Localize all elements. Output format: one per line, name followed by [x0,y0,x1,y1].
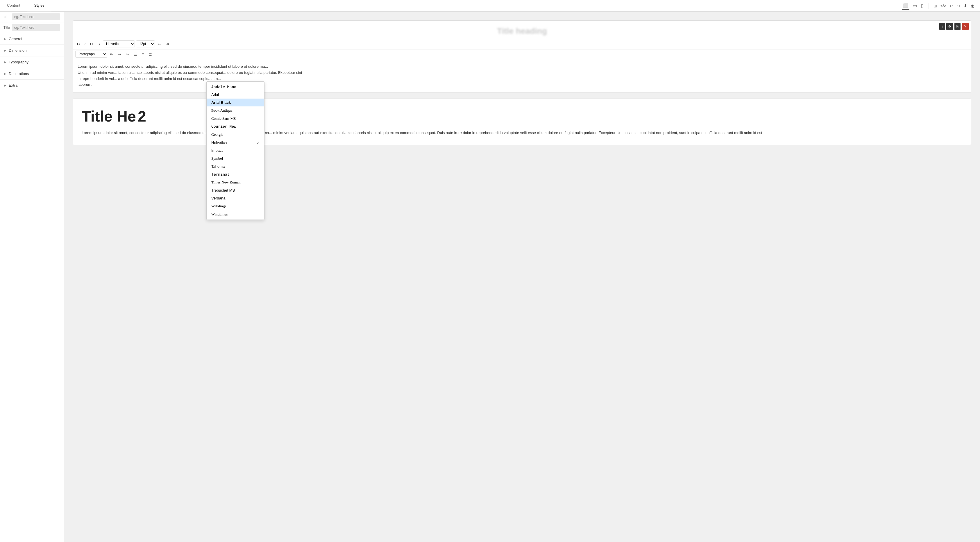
list-unordered-btn[interactable]: ≡ [140,51,146,57]
font-item-comic-sans-ms[interactable]: Comic Sans MS [207,115,264,123]
bold-btn[interactable]: B [75,41,81,47]
accordion-general-header[interactable]: ▶ General [0,33,64,45]
accordion-dimension: ▶ Dimension [0,45,64,56]
font-size-wrapper: 12pt [136,40,155,48]
delete-icon-btn[interactable]: 🗑 [970,3,975,9]
accordion-typography-header[interactable]: ▶ Typography [0,56,64,68]
move-up-btn[interactable]: ↑ [939,23,945,30]
italic-btn[interactable]: I [83,41,87,47]
font-item-helvetica[interactable]: Helvetica✓ [207,139,264,147]
accordion-general: ▶ General [0,33,64,45]
editor-toolbar-row1: B I U S Helvetica 12pt [73,39,971,49]
id-field-row: Id [0,12,64,22]
font-item-impact[interactable]: Impact [207,147,264,155]
list-ordered-btn[interactable]: ≣ [147,51,154,57]
strikethrough-btn[interactable]: S [95,41,102,47]
device-mobile-btn[interactable]: ▯ [920,2,924,9]
font-item-terminal[interactable]: Terminal [207,171,264,178]
accordion-decorations-header[interactable]: ▶ Decorations [0,68,64,80]
accordion-typography-label: Typography [9,60,29,64]
divider [929,3,929,9]
title-label: Title [3,26,12,30]
font-item-book-antiqua[interactable]: Book Antiqua [207,107,264,115]
font-family-select[interactable]: Helvetica [103,40,135,48]
chevron-icon: ▶ [4,49,6,52]
font-item-symbol[interactable]: Symbol [207,155,264,163]
title-field-row: Title [0,22,64,33]
undo-icon-btn[interactable]: ↩ [949,3,954,9]
font-family-wrapper: Helvetica [103,40,135,48]
align-left-btn[interactable]: ⇤ [108,51,115,57]
copy-btn[interactable]: ⎘ [955,23,961,30]
header-right: ⬜ ▭ ▯ ⊞ </> ↩ ↪ ⬇ 🗑 [902,2,980,10]
blurred-heading-container: Title heading [73,21,971,39]
accordion-extra-header[interactable]: ▶ Extra [0,80,64,91]
tab-content[interactable]: Content [0,0,27,11]
download-icon-btn[interactable]: ⬇ [963,3,968,9]
code-icon-btn[interactable]: </> [940,3,947,9]
accordion-typography: ▶ Typography [0,56,64,68]
accordion-decorations-label: Decorations [9,72,29,76]
accordion-extra-label: Extra [9,83,18,88]
float-actions: ↑ ✥ ⎘ ✕ [939,23,969,30]
underline-btn[interactable]: U [88,41,94,47]
font-item-georgia[interactable]: Georgia [207,131,264,139]
align-justify-btn[interactable]: ☰ [132,51,139,57]
chevron-icon: ▶ [4,84,6,87]
font-item-courier-new[interactable]: Courier New [207,123,264,131]
font-item-andale-mono[interactable]: Andale Mono [207,83,264,91]
grid-icon-btn[interactable]: ⊞ [933,3,937,9]
second-card-title: Title He [82,108,136,125]
app-header: Content Styles ⬜ ▭ ▯ ⊞ </> ↩ ↪ ⬇ 🗑 [0,0,980,12]
accordion-dimension-header[interactable]: ▶ Dimension [0,45,64,56]
indent-decrease-btn[interactable]: ⇤ [156,41,163,47]
font-item-times-new-roman[interactable]: Times New Roman [207,178,264,187]
delete-element-btn[interactable]: ✕ [962,23,969,30]
device-desktop-btn[interactable]: ⬜ [902,2,909,10]
accordion-extra: ▶ Extra [0,80,64,91]
checkmark-icon: ✓ [257,141,259,145]
accordion-general-label: General [9,37,22,41]
font-item-tahoma[interactable]: Tahoma [207,163,264,171]
paragraph-select[interactable]: Paragraph [75,51,107,57]
second-card-title-suffix: 2 [138,108,146,125]
font-item-arial[interactable]: Arial [207,91,264,99]
title-input[interactable] [12,24,60,31]
font-item-wingdings[interactable]: Wingdings [207,210,264,218]
font-item-verdana[interactable]: Verdana [207,194,264,202]
accordion-dimension-label: Dimension [9,48,27,53]
align-center-btn[interactable]: ⇥ [116,51,123,57]
tab-styles[interactable]: Styles [27,0,51,11]
blurred-heading: Title heading [79,27,965,36]
font-item-trebuchet-ms[interactable]: Trebuchet MS [207,187,264,194]
editor-toolbar-row2: Paragraph ⇤ ⇥ ⇦ ☰ ≡ ≣ [73,49,971,59]
tab-bar: Content Styles [0,0,51,11]
indent-increase-btn[interactable]: ⇥ [164,41,170,47]
accordion-decorations: ▶ Decorations [0,68,64,80]
move-btn[interactable]: ✥ [946,23,953,30]
id-input[interactable] [12,13,60,20]
font-dropdown: Andale Mono Arial Arial Black Book Antiq… [206,81,264,220]
align-right-btn[interactable]: ⇦ [124,51,131,57]
main-area: Title heading B I U S Helvetica [64,12,980,542]
chevron-icon: ▶ [4,61,6,64]
font-size-select[interactable]: 12pt [136,40,155,48]
id-label: Id [3,15,12,19]
chevron-icon: ▶ [4,72,6,75]
font-item-webdings[interactable]: Webdings [207,202,264,210]
chevron-icon: ▶ [4,37,6,40]
device-tablet-btn[interactable]: ▭ [912,2,918,9]
font-item-arial-black[interactable]: Arial Black [207,99,264,107]
left-panel: Id Title ▶ General ▶ Dimension [0,12,64,542]
redo-icon-btn[interactable]: ↪ [956,3,961,9]
